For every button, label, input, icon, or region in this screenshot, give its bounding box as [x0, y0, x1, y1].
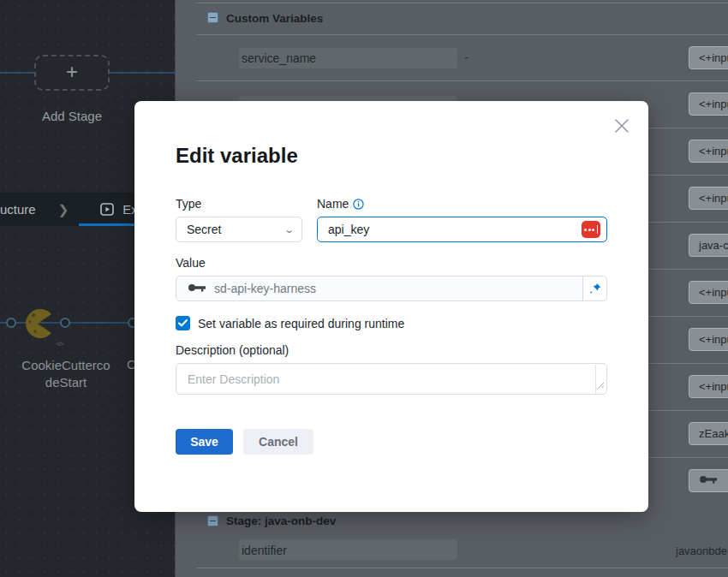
- divider: [196, 3, 728, 3]
- chevron-right-icon: ❯: [58, 202, 69, 217]
- name-label: Name: [317, 197, 364, 212]
- pin-button[interactable]: [582, 277, 606, 300]
- modal-title: Edit variable: [176, 144, 298, 168]
- tab-infrastructure[interactable]: ucture: [0, 202, 36, 217]
- divider: [196, 34, 728, 35]
- variable-value-input[interactable]: <+inpu: [689, 281, 728, 304]
- masked-text-icon[interactable]: [582, 221, 600, 238]
- collapse-minus-icon[interactable]: [207, 515, 218, 526]
- key-icon: [188, 282, 206, 295]
- variable-value-input[interactable]: java-c: [689, 234, 728, 257]
- variable-value-input[interactable]: <+inpu: [689, 187, 728, 210]
- secret-reference: sd-api-key-harness: [214, 282, 316, 295]
- variable-value-input[interactable]: <+inpu: [689, 375, 728, 398]
- chevron-down-icon: ⌄: [283, 224, 295, 235]
- plus-icon: +: [66, 62, 78, 82]
- variable-value-input[interactable]: zEaak: [689, 422, 728, 445]
- variable-value-input[interactable]: <+inpu: [689, 140, 728, 163]
- variable-value-input[interactable]: <+inpu: [689, 46, 728, 69]
- divider: [196, 80, 728, 81]
- cookiecutter-node-icon[interactable]: [22, 306, 55, 344]
- collapse-minus-icon[interactable]: [207, 12, 218, 23]
- required-checkbox-label: Set variable as required during runtime: [198, 317, 404, 330]
- name-input[interactable]: api_key: [317, 217, 607, 242]
- code-icon: </>: [56, 340, 63, 348]
- add-stage-button[interactable]: +: [34, 55, 110, 91]
- node-port[interactable]: [6, 318, 16, 328]
- required-checkbox-row[interactable]: Set variable as required during runtime: [176, 316, 404, 330]
- secret-value-field[interactable]: sd-api-key-harness: [176, 276, 607, 301]
- description-label: Description (optional): [176, 343, 289, 357]
- variable-value-secret-input[interactable]: [689, 469, 728, 492]
- variable-name: service_name: [242, 51, 316, 65]
- type-select[interactable]: Secret ⌄: [176, 217, 302, 242]
- type-label: Type: [176, 197, 201, 211]
- execution-icon: [100, 203, 115, 217]
- save-button[interactable]: Save: [176, 429, 233, 455]
- key-icon: [699, 474, 718, 487]
- resize-handle-icon[interactable]: [598, 377, 605, 392]
- identifier-label: identifier: [242, 544, 287, 557]
- section-title-stage: Stage: java-onb-dev: [226, 515, 336, 527]
- edit-variable-modal: Edit variable Type Name Secret ⌄ api_key…: [134, 101, 648, 512]
- checkbox-checked[interactable]: [176, 316, 190, 330]
- description-placeholder: Enter Description: [188, 372, 279, 386]
- info-icon[interactable]: [353, 199, 364, 212]
- node-port[interactable]: [60, 318, 70, 328]
- description-textarea[interactable]: Enter Description: [176, 363, 607, 395]
- cancel-button[interactable]: Cancel: [243, 429, 313, 455]
- variable-value-input[interactable]: <+inpu: [689, 92, 728, 116]
- identifier-value: javaonbde: [676, 544, 727, 557]
- section-title-custom-variables: Custom Variables: [226, 12, 323, 25]
- add-stage-label: Add Stage: [21, 109, 123, 123]
- pin-icon: [589, 283, 601, 294]
- close-icon[interactable]: [614, 118, 630, 134]
- variable-dash: -: [464, 51, 468, 64]
- textarea-scrollbar: [595, 365, 596, 395]
- divider: [196, 568, 728, 568]
- variable-value-input[interactable]: <+inpu: [689, 328, 728, 351]
- node-label: CookieCutterco deStart: [6, 357, 126, 391]
- value-label: Value: [176, 256, 206, 270]
